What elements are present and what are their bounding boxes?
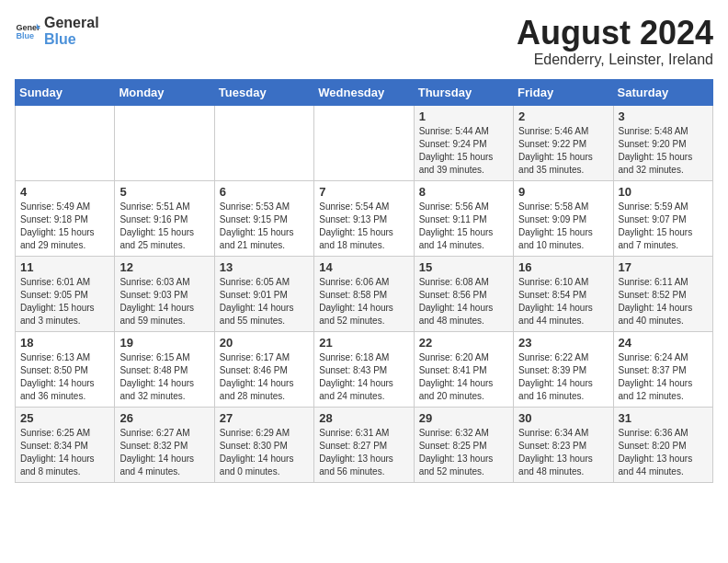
day-number: 13	[220, 260, 309, 274]
calendar-day-cell: 13Sunrise: 6:05 AM Sunset: 9:01 PM Dayli…	[214, 256, 313, 331]
day-info: Sunrise: 6:13 AM Sunset: 8:50 PM Dayligh…	[20, 351, 109, 403]
day-info: Sunrise: 5:46 AM Sunset: 9:22 PM Dayligh…	[518, 125, 608, 177]
header-friday: Friday	[514, 79, 613, 105]
day-info: Sunrise: 6:34 AM Sunset: 8:23 PM Dayligh…	[518, 427, 608, 478]
calendar-week-row: 11Sunrise: 6:01 AM Sunset: 9:05 PM Dayli…	[16, 256, 713, 331]
day-info: Sunrise: 6:24 AM Sunset: 8:37 PM Dayligh…	[619, 351, 708, 403]
day-number: 19	[119, 336, 209, 350]
day-info: Sunrise: 6:05 AM Sunset: 9:01 PM Dayligh…	[220, 276, 309, 327]
month-year-label: August 2024	[517, 15, 713, 52]
day-number: 1	[419, 109, 508, 123]
header-saturday: Saturday	[613, 79, 712, 105]
day-info: Sunrise: 5:44 AM Sunset: 9:24 PM Dayligh…	[419, 125, 508, 177]
day-info: Sunrise: 6:29 AM Sunset: 8:30 PM Dayligh…	[220, 427, 309, 478]
calendar-day-cell: 2Sunrise: 5:46 AM Sunset: 9:22 PM Daylig…	[514, 105, 613, 180]
day-info: Sunrise: 6:10 AM Sunset: 8:54 PM Dayligh…	[518, 276, 608, 327]
day-number: 14	[319, 260, 408, 274]
day-info: Sunrise: 6:25 AM Sunset: 8:34 PM Dayligh…	[20, 427, 109, 478]
calendar-day-cell: 26Sunrise: 6:27 AM Sunset: 8:32 PM Dayli…	[115, 407, 214, 482]
day-number: 12	[119, 260, 209, 274]
day-number: 31	[619, 411, 708, 425]
day-number: 28	[319, 411, 408, 425]
day-number: 11	[20, 260, 109, 274]
day-info: Sunrise: 5:58 AM Sunset: 9:09 PM Dayligh…	[518, 201, 608, 252]
calendar-day-cell: 18Sunrise: 6:13 AM Sunset: 8:50 PM Dayli…	[16, 331, 115, 407]
page-header: General Blue General Blue August 2024 Ed…	[15, 15, 713, 68]
calendar-day-cell: 29Sunrise: 6:32 AM Sunset: 8:25 PM Dayli…	[414, 407, 513, 482]
calendar-day-cell: 14Sunrise: 6:06 AM Sunset: 8:58 PM Dayli…	[314, 256, 414, 331]
logo-general-text: General	[44, 15, 99, 31]
calendar-day-cell	[314, 105, 414, 180]
day-info: Sunrise: 6:17 AM Sunset: 8:46 PM Dayligh…	[220, 351, 309, 403]
day-number: 5	[119, 185, 209, 199]
header-thursday: Thursday	[414, 79, 513, 105]
day-number: 26	[119, 411, 209, 425]
day-number: 21	[319, 336, 408, 350]
svg-text:Blue: Blue	[16, 31, 34, 40]
day-number: 18	[20, 336, 109, 350]
day-number: 4	[20, 185, 109, 199]
calendar-day-cell: 28Sunrise: 6:31 AM Sunset: 8:27 PM Dayli…	[314, 407, 414, 482]
day-info: Sunrise: 5:51 AM Sunset: 9:16 PM Dayligh…	[119, 201, 209, 252]
day-info: Sunrise: 6:01 AM Sunset: 9:05 PM Dayligh…	[20, 276, 109, 327]
day-number: 7	[319, 185, 408, 199]
day-number: 8	[419, 185, 508, 199]
calendar-day-cell: 4Sunrise: 5:49 AM Sunset: 9:18 PM Daylig…	[16, 180, 115, 256]
day-number: 15	[419, 260, 508, 274]
day-info: Sunrise: 5:53 AM Sunset: 9:15 PM Dayligh…	[220, 201, 309, 252]
day-number: 10	[619, 185, 708, 199]
day-number: 30	[518, 411, 608, 425]
header-monday: Monday	[115, 79, 214, 105]
calendar-day-cell: 20Sunrise: 6:17 AM Sunset: 8:46 PM Dayli…	[214, 331, 313, 407]
calendar-day-cell: 7Sunrise: 5:54 AM Sunset: 9:13 PM Daylig…	[314, 180, 414, 256]
day-number: 20	[220, 336, 309, 350]
day-info: Sunrise: 6:03 AM Sunset: 9:03 PM Dayligh…	[119, 276, 209, 327]
day-info: Sunrise: 6:06 AM Sunset: 8:58 PM Dayligh…	[319, 276, 408, 327]
day-info: Sunrise: 6:31 AM Sunset: 8:27 PM Dayligh…	[319, 427, 408, 478]
calendar-title-area: August 2024 Edenderry, Leinster, Ireland	[517, 15, 713, 68]
calendar-day-cell: 27Sunrise: 6:29 AM Sunset: 8:30 PM Dayli…	[214, 407, 313, 482]
day-number: 3	[619, 109, 708, 123]
calendar-day-cell: 3Sunrise: 5:48 AM Sunset: 9:20 PM Daylig…	[613, 105, 712, 180]
day-info: Sunrise: 5:56 AM Sunset: 9:11 PM Dayligh…	[419, 201, 508, 252]
calendar-day-cell: 1Sunrise: 5:44 AM Sunset: 9:24 PM Daylig…	[414, 105, 513, 180]
calendar-day-cell	[214, 105, 313, 180]
calendar-day-cell: 21Sunrise: 6:18 AM Sunset: 8:43 PM Dayli…	[314, 331, 414, 407]
calendar-day-cell: 5Sunrise: 5:51 AM Sunset: 9:16 PM Daylig…	[115, 180, 214, 256]
header-sunday: Sunday	[16, 79, 115, 105]
day-info: Sunrise: 6:11 AM Sunset: 8:52 PM Dayligh…	[619, 276, 708, 327]
calendar-day-cell: 16Sunrise: 6:10 AM Sunset: 8:54 PM Dayli…	[514, 256, 613, 331]
day-info: Sunrise: 6:18 AM Sunset: 8:43 PM Dayligh…	[319, 351, 408, 403]
day-number: 24	[619, 336, 708, 350]
calendar-header-row: Sunday Monday Tuesday Wednesday Thursday…	[16, 79, 713, 105]
calendar-day-cell: 8Sunrise: 5:56 AM Sunset: 9:11 PM Daylig…	[414, 180, 513, 256]
calendar-day-cell: 19Sunrise: 6:15 AM Sunset: 8:48 PM Dayli…	[115, 331, 214, 407]
day-info: Sunrise: 6:08 AM Sunset: 8:56 PM Dayligh…	[419, 276, 508, 327]
calendar-day-cell: 31Sunrise: 6:36 AM Sunset: 8:20 PM Dayli…	[613, 407, 712, 482]
day-number: 17	[619, 260, 708, 274]
calendar-week-row: 18Sunrise: 6:13 AM Sunset: 8:50 PM Dayli…	[16, 331, 713, 407]
day-info: Sunrise: 6:22 AM Sunset: 8:39 PM Dayligh…	[518, 351, 608, 403]
day-number: 6	[220, 185, 309, 199]
logo-icon: General Blue	[15, 18, 40, 44]
day-number: 25	[20, 411, 109, 425]
calendar-day-cell: 22Sunrise: 6:20 AM Sunset: 8:41 PM Dayli…	[414, 331, 513, 407]
header-tuesday: Tuesday	[214, 79, 313, 105]
day-info: Sunrise: 6:20 AM Sunset: 8:41 PM Dayligh…	[419, 351, 508, 403]
calendar-day-cell: 15Sunrise: 6:08 AM Sunset: 8:56 PM Dayli…	[414, 256, 513, 331]
day-info: Sunrise: 5:59 AM Sunset: 9:07 PM Dayligh…	[619, 201, 708, 252]
day-number: 29	[419, 411, 508, 425]
calendar-day-cell: 6Sunrise: 5:53 AM Sunset: 9:15 PM Daylig…	[214, 180, 313, 256]
day-info: Sunrise: 6:27 AM Sunset: 8:32 PM Dayligh…	[119, 427, 209, 478]
calendar-day-cell: 11Sunrise: 6:01 AM Sunset: 9:05 PM Dayli…	[16, 256, 115, 331]
calendar-day-cell	[115, 105, 214, 180]
location-label: Edenderry, Leinster, Ireland	[517, 52, 713, 68]
header-wednesday: Wednesday	[314, 79, 414, 105]
calendar-day-cell: 23Sunrise: 6:22 AM Sunset: 8:39 PM Dayli…	[514, 331, 613, 407]
day-info: Sunrise: 6:36 AM Sunset: 8:20 PM Dayligh…	[619, 427, 708, 478]
calendar-week-row: 1Sunrise: 5:44 AM Sunset: 9:24 PM Daylig…	[16, 105, 713, 180]
day-number: 27	[220, 411, 309, 425]
day-number: 22	[419, 336, 508, 350]
day-info: Sunrise: 6:32 AM Sunset: 8:25 PM Dayligh…	[419, 427, 508, 478]
day-number: 16	[518, 260, 608, 274]
